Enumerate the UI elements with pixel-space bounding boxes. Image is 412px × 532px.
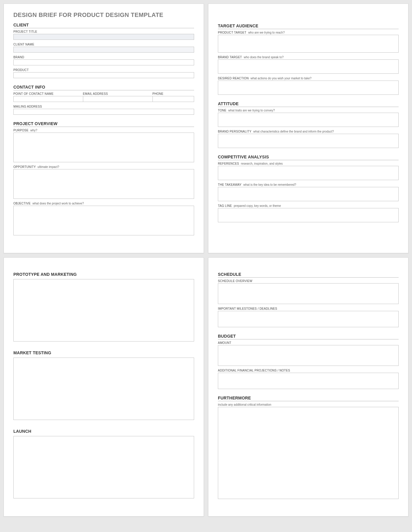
- label-purpose: PURPOSE: [13, 129, 29, 132]
- input-email[interactable]: [83, 96, 152, 102]
- input-tagline[interactable]: [218, 208, 399, 222]
- field-product: PRODUCT: [13, 68, 194, 79]
- section-client: CLIENT: [13, 23, 194, 28]
- label-references: REFERENCES: [218, 162, 239, 165]
- input-schedule-overview[interactable]: [218, 283, 399, 304]
- field-mailing-address: MAILING ADDRESS: [13, 105, 194, 116]
- input-amount[interactable]: [218, 345, 399, 366]
- label-mailing-address: MAILING ADDRESS: [13, 105, 42, 108]
- field-amount: AMOUNT: [218, 341, 399, 367]
- input-brand[interactable]: [13, 59, 194, 65]
- hint-furthermore: include any additional critical informat…: [218, 403, 271, 406]
- section-project-overview: PROJECT OVERVIEW: [13, 121, 194, 127]
- hint-brand-personality: what characteristics define the brand an…: [253, 130, 334, 133]
- section-attitude: ATTITUDE: [218, 101, 399, 107]
- input-opportunity[interactable]: [13, 169, 194, 199]
- field-purpose: PURPOSE why?: [13, 129, 194, 163]
- input-furthermore[interactable]: [218, 407, 399, 499]
- section-launch: LAUNCH: [13, 429, 194, 434]
- field-schedule-overview: SCHEDULE OVERVIEW: [218, 279, 399, 305]
- document-grid: DESIGN BRIEF FOR PRODUCT DESIGN TEMPLATE…: [4, 4, 408, 517]
- hint-tone: what traits are we trying to convey?: [228, 109, 275, 112]
- field-tone: TONE what traits are we trying to convey…: [218, 109, 399, 128]
- hint-tagline: prepared copy, key words, or theme: [234, 204, 281, 207]
- input-prototype-marketing[interactable]: [13, 279, 194, 341]
- section-furthermore: FURTHERMORE: [218, 396, 399, 401]
- label-tone: TONE: [218, 109, 227, 112]
- page-1: DESIGN BRIEF FOR PRODUCT DESIGN TEMPLATE…: [4, 4, 204, 253]
- section-contact-info: CONTACT INFO: [13, 85, 194, 90]
- section-schedule: SCHEDULE: [218, 272, 399, 278]
- field-furthermore: include any additional critical informat…: [218, 403, 399, 500]
- label-project-title: PROJECT TITLE: [13, 30, 37, 33]
- hint-opportunity: ultimate impact?: [37, 165, 59, 169]
- input-financial-notes[interactable]: [218, 373, 399, 389]
- field-poc: POINT OF CONTACT NAME: [13, 92, 83, 103]
- label-financial-notes: ADDITIONAL FINANCIAL PROJECTIONS / NOTES: [218, 369, 290, 372]
- hint-references: research, inspiration, and styles: [241, 162, 283, 165]
- field-desired-reaction: DESIRED REACTION what actions do you wis…: [218, 77, 399, 96]
- label-milestones: IMPORTANT MILESTONES / DEADLINES: [218, 307, 277, 310]
- field-brand: BRAND: [13, 56, 194, 67]
- field-brand-personality: BRAND PERSONALITY what characteristics d…: [218, 130, 399, 149]
- input-brand-personality[interactable]: [218, 134, 399, 148]
- field-product-target: PRODUCT TARGET who are we trying to reac…: [218, 31, 399, 54]
- section-target-audience: TARGET AUDIENCE: [218, 23, 399, 29]
- label-brand-target: BRAND TARGET: [218, 56, 242, 59]
- field-phone: PHONE: [152, 92, 194, 103]
- label-desired-reaction: DESIRED REACTION: [218, 77, 249, 80]
- input-project-title[interactable]: [13, 34, 194, 40]
- input-references[interactable]: [218, 166, 399, 180]
- input-launch[interactable]: [13, 436, 194, 498]
- input-takeaway[interactable]: [218, 187, 399, 201]
- label-amount: AMOUNT: [218, 341, 231, 344]
- field-client-name: CLIENT NAME: [13, 43, 194, 54]
- input-milestones[interactable]: [218, 311, 399, 327]
- label-schedule-overview: SCHEDULE OVERVIEW: [218, 279, 252, 283]
- hint-objective: what does the project work to achieve?: [32, 202, 84, 205]
- label-product-target: PRODUCT TARGET: [218, 31, 246, 34]
- page-2: TARGET AUDIENCE PRODUCT TARGET who are w…: [208, 4, 408, 253]
- field-project-title: PROJECT TITLE: [13, 30, 194, 41]
- label-opportunity: OPPORTUNITY: [13, 165, 36, 169]
- input-phone[interactable]: [152, 96, 194, 102]
- input-product-target[interactable]: [218, 35, 399, 53]
- input-purpose[interactable]: [13, 133, 194, 162]
- field-tagline: TAG LINE prepared copy, key words, or th…: [218, 204, 399, 223]
- label-tagline: TAG LINE: [218, 204, 232, 207]
- hint-brand-target: who does the brand speak to?: [244, 56, 284, 59]
- hint-purpose: why?: [30, 129, 37, 132]
- label-poc: POINT OF CONTACT NAME: [13, 92, 83, 95]
- field-opportunity: OPPORTUNITY ultimate impact?: [13, 165, 194, 200]
- section-competitive-analysis: COMPETITIVE ANALYSIS: [218, 155, 399, 160]
- document-title: DESIGN BRIEF FOR PRODUCT DESIGN TEMPLATE: [13, 12, 194, 18]
- input-desired-reaction[interactable]: [218, 81, 399, 95]
- page-3: PROTOTYPE AND MARKETING MARKET TESTING L…: [4, 257, 204, 517]
- hint-desired-reaction: what actions do you wish your market to …: [251, 77, 312, 80]
- field-objective: OBJECTIVE what does the project work to …: [13, 202, 194, 237]
- label-email: EMAIL ADDRESS: [83, 92, 152, 95]
- input-brand-target[interactable]: [218, 59, 399, 74]
- label-brand: BRAND: [13, 56, 24, 59]
- field-brand-target: BRAND TARGET who does the brand speak to…: [218, 56, 399, 75]
- field-financial-notes: ADDITIONAL FINANCIAL PROJECTIONS / NOTES: [218, 369, 399, 390]
- input-objective[interactable]: [13, 206, 194, 235]
- section-prototype-marketing: PROTOTYPE AND MARKETING: [13, 272, 194, 277]
- input-tone[interactable]: [218, 113, 399, 127]
- section-market-testing: MARKET TESTING: [13, 350, 194, 356]
- hint-takeaway: what is the key idea to be remembered?: [243, 183, 296, 186]
- input-client-name[interactable]: [13, 47, 194, 53]
- input-market-testing[interactable]: [13, 358, 194, 420]
- hint-product-target: who are we trying to reach?: [248, 31, 285, 34]
- label-phone: PHONE: [152, 92, 194, 95]
- input-poc[interactable]: [13, 96, 83, 102]
- page-4: SCHEDULE SCHEDULE OVERVIEW IMPORTANT MIL…: [208, 257, 408, 517]
- input-product[interactable]: [13, 72, 194, 78]
- field-takeaway: THE TAKEAWAY what is the key idea to be …: [218, 183, 399, 202]
- section-budget: BUDGET: [218, 334, 399, 339]
- label-takeaway: THE TAKEAWAY: [218, 183, 242, 186]
- input-mailing-address[interactable]: [13, 109, 194, 115]
- label-objective: OBJECTIVE: [13, 202, 31, 205]
- label-client-name: CLIENT NAME: [13, 43, 34, 46]
- contact-row: POINT OF CONTACT NAME EMAIL ADDRESS PHON…: [13, 92, 194, 103]
